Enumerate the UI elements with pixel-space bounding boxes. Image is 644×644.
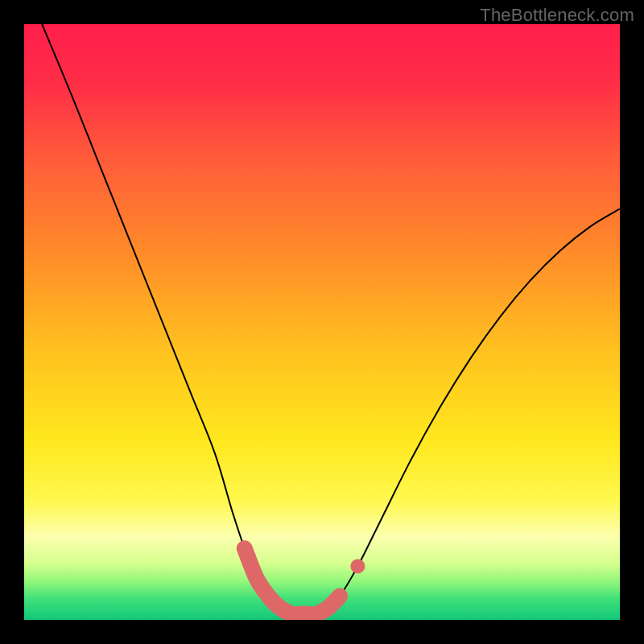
plot-area (24, 24, 620, 620)
chart-background (24, 24, 620, 620)
chart-svg (24, 24, 620, 620)
chart-frame: TheBottleneck.com (0, 0, 644, 644)
attribution-text: TheBottleneck.com (480, 5, 634, 26)
highlight-marker (350, 559, 365, 573)
